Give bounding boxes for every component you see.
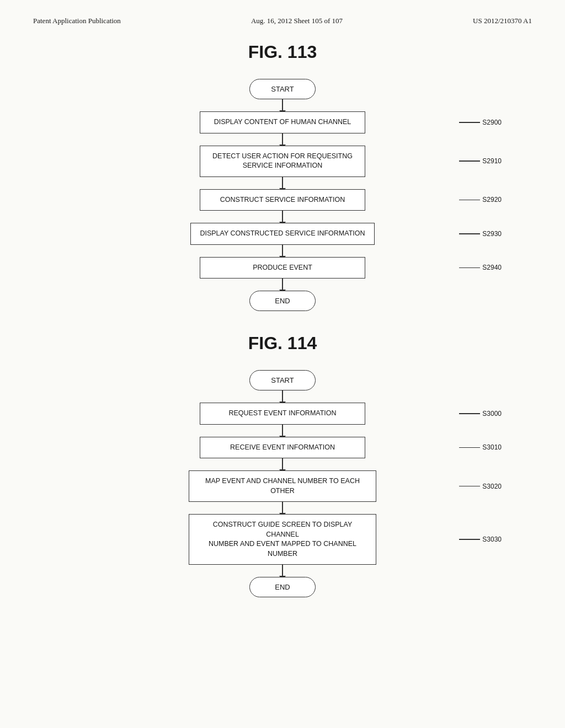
flow-row-s2910: DETECT USER ACTION FOR REQUESITNGSERVICE…: [33, 146, 532, 177]
arrow-114-4: [282, 565, 283, 577]
flow-row-s3010: RECEIVE EVENT INFORMATION S3010: [33, 437, 532, 459]
label-s3020: S3020: [459, 483, 502, 490]
step-s2930: DISPLAY CONSTRUCTED SERVICE INFORMATION: [190, 223, 374, 245]
flow-row-s2930: DISPLAY CONSTRUCTED SERVICE INFORMATION …: [33, 223, 532, 245]
arrow-113-4: [282, 245, 283, 257]
arrow-114-2: [282, 458, 283, 470]
arrow-113-1: [282, 133, 283, 146]
label-s3030: S3030: [459, 536, 502, 543]
header-right: US 2012/210370 A1: [473, 17, 532, 25]
step-s2920: CONSTRUCT SERVICE INFORMATION: [200, 189, 365, 211]
flow-row-s2940: PRODUCE EVENT S2940: [33, 257, 532, 279]
step-s2910: DETECT USER ACTION FOR REQUESITNGSERVICE…: [200, 146, 365, 177]
fig113-flowchart: START DISPLAY CONTENT OF HUMAN CHANNEL S…: [33, 79, 532, 311]
label-s2940: S2940: [459, 264, 502, 271]
step-s2940: PRODUCE EVENT: [200, 257, 365, 279]
header-left: Patent Application Publication: [33, 17, 121, 25]
end-oval-114: END: [249, 577, 316, 597]
flow-row-s2920: CONSTRUCT SERVICE INFORMATION S2920: [33, 189, 532, 211]
arrow-113-5: [282, 279, 283, 291]
label-s2920: S2920: [459, 196, 502, 204]
step-s3010: RECEIVE EVENT INFORMATION: [200, 437, 365, 459]
arrow-113-2: [282, 177, 283, 189]
label-s2930: S2930: [459, 230, 502, 238]
flow-row-s2900: DISPLAY CONTENT OF HUMAN CHANNEL S2900: [33, 111, 532, 133]
flow-row-end114: END: [33, 577, 532, 597]
arrow-114-0: [282, 390, 283, 403]
page: Patent Application Publication Aug. 16, …: [0, 0, 565, 728]
start-oval-113: START: [249, 79, 316, 99]
label-s3010: S3010: [459, 443, 502, 451]
flow-row-s3020: MAP EVENT AND CHANNEL NUMBER TO EACH OTH…: [33, 470, 532, 502]
flow-row-s3030: CONSTRUCT GUIDE SCREEN TO DISPLAY CHANNE…: [33, 514, 532, 565]
flow-row-end113: END: [33, 291, 532, 311]
page-header: Patent Application Publication Aug. 16, …: [33, 17, 532, 25]
step-s3030: CONSTRUCT GUIDE SCREEN TO DISPLAY CHANNE…: [189, 514, 376, 565]
end-oval-113: END: [249, 291, 316, 311]
flow-row-start113: START: [33, 79, 532, 99]
flow-row-start114: START: [33, 370, 532, 390]
arrow-113-0: [282, 99, 283, 111]
step-s2900: DISPLAY CONTENT OF HUMAN CHANNEL: [200, 111, 365, 133]
arrow-113-3: [282, 211, 283, 223]
flow-row-s3000: REQUEST EVENT INFORMATION S3000: [33, 403, 532, 425]
label-s2900: S2900: [459, 119, 502, 126]
start-oval-114: START: [249, 370, 316, 390]
arrow-114-3: [282, 502, 283, 514]
label-s3000: S3000: [459, 410, 502, 417]
fig114-flowchart: START REQUEST EVENT INFORMATION S3000 RE…: [33, 370, 532, 597]
step-s3000: REQUEST EVENT INFORMATION: [200, 403, 365, 425]
fig113-title: FIG. 113: [33, 42, 532, 62]
arrow-114-1: [282, 425, 283, 437]
fig114-title: FIG. 114: [33, 333, 532, 354]
step-s3020: MAP EVENT AND CHANNEL NUMBER TO EACH OTH…: [189, 470, 376, 502]
label-s2910: S2910: [459, 157, 502, 165]
header-middle: Aug. 16, 2012 Sheet 105 of 107: [251, 17, 343, 25]
